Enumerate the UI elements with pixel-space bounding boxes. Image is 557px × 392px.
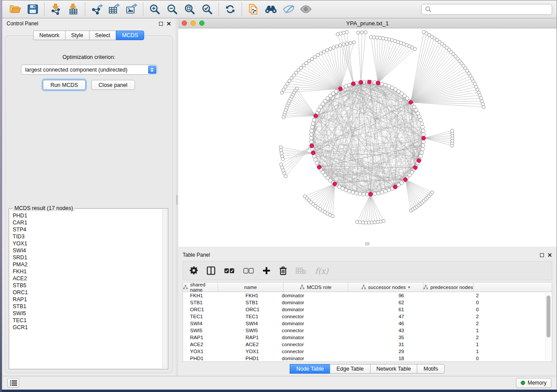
cell-successor-nodes: 29 [342,348,406,355]
column-header[interactable]: MCDS role ▾ [284,282,348,292]
table-row[interactable]: STB1 STB1 dominator 62 0 [183,299,552,306]
export-image-icon[interactable] [123,2,140,17]
mcds-result-node[interactable]: SRD1 [13,254,162,261]
mcds-result-node[interactable]: FKH1 [13,268,162,275]
mcds-panel: Optimization criterion: largest connecte… [5,35,173,373]
close-panel-icon[interactable]: ✕ [166,22,171,26]
memory-status-icon [521,381,525,385]
table-tab[interactable]: Edge Table [330,364,370,374]
control-panel-tab[interactable]: Style [65,31,90,40]
column-header[interactable]: shared name ▾ [183,282,218,292]
cell-successor-nodes: 61 [342,306,406,313]
mcds-result-node[interactable]: STB1 [13,303,162,310]
mcds-result-node[interactable]: TEC1 [13,317,162,324]
mcds-result-node[interactable]: STP4 [13,226,162,233]
mcds-result-node[interactable]: CAR1 [13,219,162,226]
table-row[interactable]: SWI5 SWI5 connector 43 1 [183,327,552,334]
search-input[interactable] [434,6,548,12]
mcds-result-node[interactable]: ORC1 [13,289,162,296]
mcds-result-node[interactable]: STB5 [13,282,162,289]
column-header[interactable]: successor nodes ▾ [348,282,423,292]
import-table-icon[interactable] [65,2,82,17]
mcds-result-node[interactable]: SWI4 [13,247,162,254]
table-row[interactable]: PHD1 PHD1 dominator 18 0 [183,355,552,362]
cell-name: RAP1 [241,334,276,341]
horizontal-splitter[interactable] [178,247,557,250]
search-icon [425,6,432,13]
table-tab[interactable]: Motifs [417,364,444,374]
table-settings-gear-icon[interactable] [189,266,198,275]
zoom-fit-icon[interactable] [181,2,198,17]
table-tab[interactable]: Node Table [290,364,330,374]
splitter-grip[interactable] [176,195,178,205]
first-neighbors-icon[interactable] [262,2,280,17]
mcds-result-node[interactable]: PHD1 [13,212,162,219]
cell-successor-nodes: 31 [342,341,406,348]
table-row[interactable]: YOX1 YOX1 connector 29 1 [183,348,552,355]
criterion-select[interactable]: largest connected component (undirected) [21,65,157,75]
control-panel-tab[interactable]: Network [33,31,66,40]
mcds-result-node[interactable]: GCR1 [13,324,162,331]
zoom-in-icon[interactable] [146,2,163,17]
network-view[interactable] [178,28,557,247]
table-row[interactable]: RAP1 RAP1 dominator 35 2 [183,334,552,341]
mcds-result-title: MCDS result (17 nodes) [13,205,75,211]
duplicate-network-icon[interactable] [245,2,262,17]
result-scrollbar[interactable] [162,210,167,368]
control-panel-tab[interactable]: MCDS [116,31,144,40]
control-panel-tabs: NetworkStyleSelectMCDS [2,31,176,40]
column-header[interactable]: predecessor nodes ▾ [423,282,474,292]
export-network-icon[interactable] [88,2,105,17]
mcds-result-node[interactable]: TID3 [13,233,162,240]
cell-mcds-role: connector [276,327,342,334]
mcds-result-node[interactable]: RAP1 [13,296,162,303]
network-graph[interactable] [178,28,557,246]
cell-predecessor-nodes: 1 [406,341,481,348]
table-row[interactable]: TEC1 TEC1 connector 47 2 [183,313,552,320]
show-all-icon[interactable] [297,2,315,17]
mcds-result-node[interactable]: SWI5 [13,310,162,317]
export-table-icon[interactable] [105,2,123,17]
list-icon [10,380,17,386]
import-network-icon[interactable] [47,2,65,17]
hide-all-columns-icon[interactable] [243,268,254,274]
mcds-result-list[interactable]: PHD1CAR1STP4TID3YOX1SWI4SRD1PMA2FKH1ACE2… [11,212,162,368]
float-panel-icon[interactable] [159,22,163,26]
table-row[interactable]: FKH1 FKH1 dominator 96 2 [183,292,552,299]
show-all-columns-icon[interactable] [224,268,235,274]
save-session-icon[interactable] [24,2,42,17]
mcds-result-node[interactable]: YOX1 [13,240,162,247]
table-row[interactable]: ORC1 ORC1 dominator 61 0 [183,306,552,313]
mcds-result-node[interactable]: ACE2 [13,275,162,282]
cell-name: SWI5 [241,327,276,334]
cell-predecessor-nodes: 0 [406,306,481,313]
memory-button[interactable]: Memory [516,378,551,388]
mcds-result-node[interactable]: PMA2 [13,261,162,268]
cell-shared-name: ACE2 [183,341,241,348]
table-row[interactable]: ACE2 ACE2 connector 31 1 [183,341,552,348]
search-field[interactable] [421,4,552,15]
canvas-splitter-grip[interactable] [365,242,370,245]
table-tab[interactable]: Network Table [370,364,418,374]
table-row[interactable]: SWI4 SWI4 dominator 46 2 [183,320,552,327]
cell-mcds-role: dominator [276,292,342,299]
open-file-icon[interactable] [7,2,24,17]
toolbar-separator [44,3,45,16]
control-panel-tab[interactable]: Select [89,31,117,40]
create-column-icon[interactable] [263,267,270,275]
zoom-selected-icon[interactable] [198,2,216,17]
float-table-panel-icon[interactable] [540,253,544,257]
panel-menu-button[interactable] [7,378,19,388]
close-panel-button[interactable]: Close panel [91,80,135,90]
close-table-panel-icon[interactable]: ✕ [547,253,552,257]
select-columns-icon[interactable] [207,266,215,275]
apply-layout-icon[interactable] [221,2,239,17]
zoom-out-icon[interactable] [163,2,181,17]
table-scrollbar-thumb[interactable] [547,296,550,337]
delete-column-icon[interactable] [279,266,287,275]
cell-predecessor-nodes: 1 [406,327,481,334]
run-mcds-button[interactable]: Run MCDS [43,80,85,90]
column-header[interactable]: name ▾ [218,282,284,292]
hide-selected-icon[interactable] [280,2,297,17]
table-scrollbar[interactable] [545,293,551,361]
